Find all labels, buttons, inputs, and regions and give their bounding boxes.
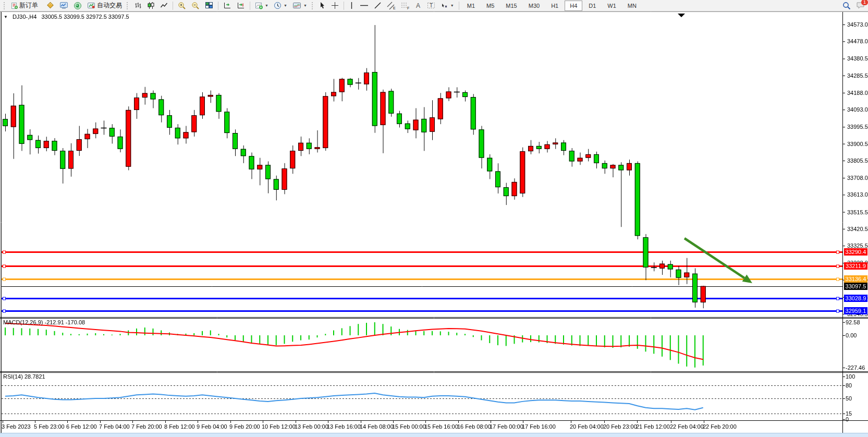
equidistant-channel-button[interactable]: E [385,0,398,11]
separator [218,2,218,10]
hline-price-label-32959.1[interactable]: 32959.1 [844,307,867,314]
timeframe-h1-button[interactable]: H1 [546,1,564,11]
chevron-down-icon: ▼ [303,4,307,7]
zoom-out-button[interactable] [189,0,202,11]
fibonacci-button[interactable]: F [399,0,412,11]
toolbar-drag-handle[interactable] [312,2,314,9]
separator [250,2,250,10]
timeframe-m1-button[interactable]: M1 [462,1,480,11]
toolbar: 新订单 自动交易 ▼ ▼ [0,0,868,11]
hline-price-label-33290.4[interactable]: 33290.4 [844,248,867,256]
crosshair-button[interactable] [329,0,341,11]
svg-text:A: A [416,2,420,9]
chart-shift-button[interactable] [235,0,247,11]
chart-symbol-title: DJ30-,H4 [13,14,36,20]
timeframe-m5-button[interactable]: M5 [481,1,499,11]
line-chart-button[interactable] [158,0,170,11]
templates-button[interactable]: ▼ [290,0,309,11]
indicators-button[interactable]: ▼ [253,0,271,11]
timeframe-d1-button[interactable]: D1 [583,1,601,11]
hline-price-label-33136.4[interactable]: 33136.4 [844,275,867,283]
svg-text:E: E [393,6,396,10]
rsi-indicator-label: RSI(14) 28.7821 [3,373,45,380]
search-icon[interactable] [842,2,851,10]
chat-button[interactable]: 1 [856,2,865,9]
toolbar-drag-handle[interactable] [127,2,129,9]
svg-text:T: T [430,3,433,8]
bar-chart-button[interactable] [132,0,144,11]
vertical-line-button[interactable] [347,0,357,11]
timeframe-h4-button[interactable]: H4 [565,1,582,11]
separator [459,2,459,10]
tile-windows-button[interactable] [203,0,215,11]
separator [173,2,173,10]
macd-indicator-label: MACD(12,26,9) -212.91 -170.08 [3,319,85,325]
timeframe-w1-button[interactable]: W1 [602,1,621,11]
notification-badge: 1 [861,0,868,5]
toolbar-drag-handle[interactable] [4,2,6,9]
chevron-down-icon: ▼ [450,4,454,7]
auto-trading-icon [87,2,95,9]
timeframe-m15-button[interactable]: M15 [500,1,522,11]
new-order-label: 新订单 [19,1,38,10]
timeframe-mn-button[interactable]: MN [622,1,642,11]
terminal-icon[interactable] [57,0,70,11]
auto-trading-label: 自动交易 [97,1,122,10]
auto-scroll-button[interactable] [221,0,234,11]
candlestick-chart-button[interactable] [145,0,157,11]
symbol-dropdown-icon[interactable]: ▼ [4,15,8,19]
cursor-button[interactable] [317,0,328,11]
text-button[interactable]: A [413,0,424,11]
timeframe-m30-button[interactable]: M30 [523,1,545,11]
hline-price-label-33211.9[interactable]: 33211.9 [844,262,867,270]
auto-trading-button[interactable]: 自动交易 [85,0,124,11]
hline-price-label-33097.5[interactable]: 33097.5 [844,283,867,290]
chart-canvas[interactable] [0,0,868,437]
hline-price-label-33028.9[interactable]: 33028.9 [844,295,867,302]
arrows-button[interactable]: ▼ [438,0,456,11]
alerts-sound-icon[interactable] [71,0,84,11]
gold-diamond-icon[interactable] [44,0,56,11]
new-order-icon [11,2,18,9]
text-label-button[interactable]: T [425,0,437,11]
bottom-status-strip [0,433,868,437]
horizontal-line-button[interactable] [358,0,371,11]
zoom-in-button[interactable] [176,0,188,11]
separator [344,2,344,10]
periods-button[interactable]: ▼ [272,0,289,11]
svg-text:F: F [407,6,409,10]
chart-ohlc-values: 33005.5 33099.5 32972.5 33097.5 [41,14,129,20]
new-order-button[interactable]: 新订单 [9,0,40,11]
chevron-down-icon: ▼ [284,4,287,7]
trendline-button[interactable] [372,0,384,11]
chart-header[interactable]: ▼ DJ30-,H4 33005.5 33099.5 32972.5 33097… [4,14,129,20]
chevron-down-icon: ▼ [265,4,268,7]
